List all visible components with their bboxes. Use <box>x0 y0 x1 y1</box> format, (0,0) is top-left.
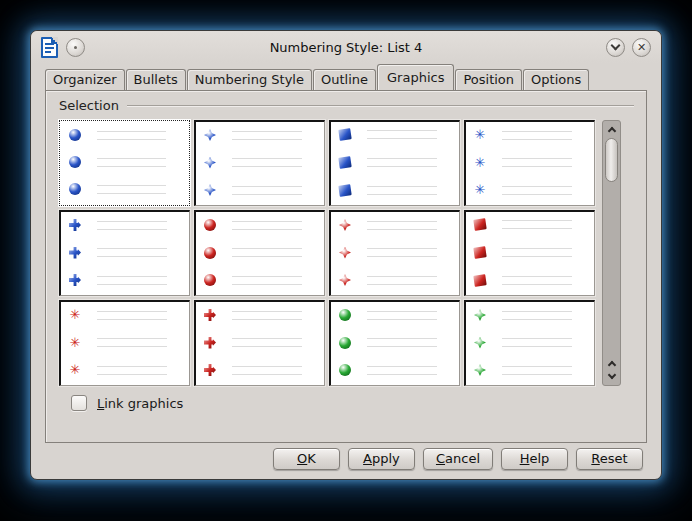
tab-organizer[interactable]: Organizer <box>45 69 125 90</box>
bullet-option-red-sphere[interactable] <box>194 210 325 296</box>
scroll-up-button-2[interactable] <box>603 357 620 370</box>
bullet-option-red-diamond[interactable] <box>329 210 460 296</box>
apply-button[interactable]: Apply <box>348 448 415 470</box>
tab-bullets[interactable]: Bullets <box>126 69 186 90</box>
blue-diamond-bullet-icon <box>204 129 216 141</box>
text-placeholder-lines <box>232 248 302 257</box>
numbering-style-dialog: Numbering Style: List 4 ✕ Organizer Bull… <box>30 30 662 480</box>
help-button[interactable]: Help <box>501 448 568 470</box>
close-button[interactable]: ✕ <box>632 38 651 57</box>
blue-diamond-bullet-icon <box>204 157 216 169</box>
tab-numbering-style[interactable]: Numbering Style <box>187 69 312 90</box>
bullet-option-blue-star[interactable]: ✳✳✳ <box>464 120 595 206</box>
titlebar[interactable]: Numbering Style: List 4 ✕ <box>31 31 661 63</box>
text-placeholder-lines <box>367 276 437 285</box>
text-placeholder-lines <box>502 220 572 229</box>
text-placeholder-lines <box>97 131 166 140</box>
bullet-option-blue-arrow[interactable] <box>59 210 190 296</box>
text-placeholder-lines <box>367 158 437 167</box>
button-row: OK Apply Cancel Help Reset <box>31 443 661 479</box>
text-placeholder-lines <box>502 131 572 140</box>
selection-label: Selection <box>59 98 119 113</box>
text-placeholder-lines <box>367 366 437 375</box>
blue-square-bullet-icon <box>338 156 351 169</box>
red-diamond-bullet-icon <box>339 274 351 286</box>
bullet-option-blue-diamond[interactable] <box>194 120 325 206</box>
green-diamond-bullet-icon <box>474 337 486 349</box>
text-placeholder-lines <box>232 276 302 285</box>
bullet-option-blue-square[interactable] <box>329 120 460 206</box>
text-placeholder-lines <box>367 311 437 320</box>
close-icon: ✕ <box>637 42 646 53</box>
ok-button[interactable]: OK <box>273 448 340 470</box>
cancel-button[interactable]: Cancel <box>423 448 493 470</box>
red-star-bullet-icon: ✳ <box>69 309 81 321</box>
text-placeholder-lines <box>502 311 572 320</box>
tab-graphics[interactable]: Graphics <box>377 64 454 90</box>
chevron-up-icon <box>607 361 615 369</box>
scrollbar-thumb[interactable] <box>605 138 618 182</box>
blue-sphere-bullet-icon <box>69 156 81 168</box>
text-placeholder-lines <box>232 338 302 347</box>
blue-arrow-bullet-icon <box>69 247 81 259</box>
text-placeholder-lines <box>367 248 437 257</box>
link-graphics-label: Link graphics <box>97 396 183 411</box>
scroll-down-button[interactable] <box>603 370 620 383</box>
bullet-option-green-diamond[interactable] <box>464 300 595 386</box>
text-placeholder-lines <box>367 221 437 230</box>
red-arrow-bullet-icon <box>204 364 216 376</box>
window-menu-button[interactable] <box>66 38 85 57</box>
blue-diamond-bullet-icon <box>204 184 216 196</box>
bullet-option-blue-sphere[interactable] <box>59 120 190 206</box>
link-graphics-checkbox[interactable] <box>71 395 87 411</box>
red-square-bullet-icon <box>473 274 486 287</box>
tab-options[interactable]: Options <box>523 69 589 90</box>
vertical-scrollbar[interactable] <box>602 120 621 386</box>
chevron-down-icon <box>611 41 621 51</box>
text-placeholder-lines <box>502 366 572 375</box>
tab-position[interactable]: Position <box>455 69 522 90</box>
text-placeholder-lines <box>232 366 302 375</box>
window-title: Numbering Style: List 4 <box>31 40 661 55</box>
blue-square-bullet-icon <box>338 128 351 141</box>
reset-button[interactable]: Reset <box>576 448 643 470</box>
bullet-option-red-star[interactable]: ✳✳✳ <box>59 300 190 386</box>
shade-button[interactable] <box>606 38 625 57</box>
text-placeholder-lines <box>232 131 302 140</box>
document-icon <box>41 37 58 58</box>
tab-outline[interactable]: Outline <box>313 69 376 90</box>
blue-star-bullet-icon: ✳ <box>474 129 486 141</box>
text-placeholder-lines <box>97 311 167 320</box>
divider <box>127 105 634 107</box>
blue-star-bullet-icon: ✳ <box>474 157 486 169</box>
text-placeholder-lines <box>97 158 166 167</box>
green-sphere-bullet-icon <box>339 309 351 321</box>
red-diamond-bullet-icon <box>339 247 351 259</box>
red-square-bullet-icon <box>473 218 486 231</box>
text-placeholder-lines <box>97 221 167 230</box>
blue-arrow-bullet-icon <box>69 219 81 231</box>
chevron-down-icon <box>607 371 615 379</box>
blue-sphere-bullet-icon <box>69 129 81 141</box>
red-sphere-bullet-icon <box>204 219 216 231</box>
bullet-option-red-square[interactable] <box>464 210 595 296</box>
text-placeholder-lines <box>97 338 167 347</box>
text-placeholder-lines <box>502 248 572 257</box>
red-diamond-bullet-icon <box>339 219 351 231</box>
text-placeholder-lines <box>502 158 572 167</box>
text-placeholder-lines <box>502 186 572 195</box>
text-placeholder-lines <box>232 311 302 320</box>
bullet-option-red-arrow[interactable] <box>194 300 325 386</box>
bullet-option-green-sphere[interactable] <box>329 300 460 386</box>
scroll-up-button[interactable] <box>603 123 620 136</box>
blue-sphere-bullet-icon <box>69 183 81 195</box>
text-placeholder-lines <box>97 185 166 194</box>
bullet-graphics-grid: ✳✳✳✳✳✳ <box>59 120 595 386</box>
red-star-bullet-icon: ✳ <box>69 337 81 349</box>
green-sphere-bullet-icon <box>339 364 351 376</box>
chevron-up-icon <box>607 127 615 135</box>
blue-star-bullet-icon: ✳ <box>474 184 486 196</box>
green-sphere-bullet-icon <box>339 337 351 349</box>
text-placeholder-lines <box>367 338 437 347</box>
red-arrow-bullet-icon <box>204 337 216 349</box>
